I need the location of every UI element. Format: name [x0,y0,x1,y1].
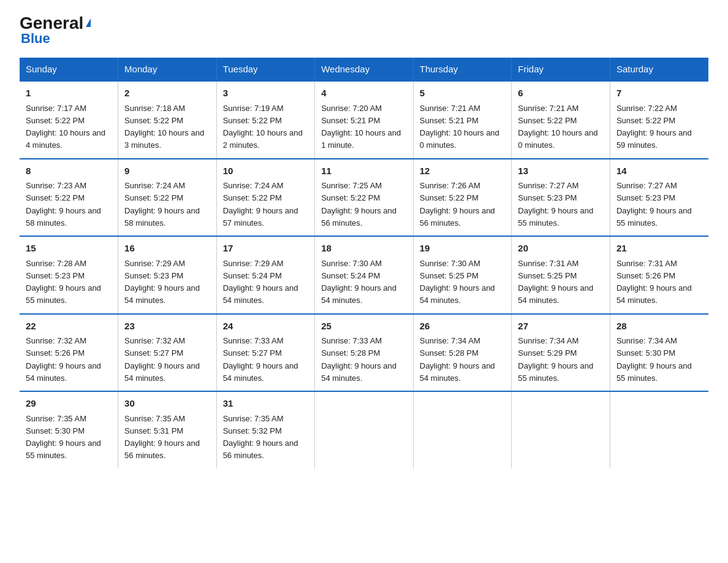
day-info: Sunrise: 7:31 AMSunset: 5:25 PMDaylight:… [518,259,593,305]
day-info: Sunrise: 7:27 AMSunset: 5:23 PMDaylight:… [616,181,692,228]
day-info: Sunrise: 7:29 AMSunset: 5:23 PMDaylight:… [124,259,200,305]
calendar-cell: 12Sunrise: 7:26 AMSunset: 5:22 PMDayligh… [413,159,512,237]
day-info: Sunrise: 7:34 AMSunset: 5:29 PMDaylight:… [518,336,593,383]
calendar-cell: 2Sunrise: 7:18 AMSunset: 5:22 PMDaylight… [118,81,217,159]
calendar-cell: 23Sunrise: 7:32 AMSunset: 5:27 PMDayligh… [118,314,217,392]
calendar-cell [512,391,610,469]
calendar-header-row: SundayMondayTuesdayWednesdayThursdayFrid… [20,58,708,81]
day-number: 15 [26,242,112,256]
day-info: Sunrise: 7:27 AMSunset: 5:23 PMDaylight:… [518,181,593,228]
day-info: Sunrise: 7:24 AMSunset: 5:22 PMDaylight:… [124,181,200,228]
logo-general: General [20,15,91,32]
day-number: 22 [26,320,112,334]
calendar-week-row: 8Sunrise: 7:23 AMSunset: 5:22 PMDaylight… [20,159,708,237]
calendar-cell: 22Sunrise: 7:32 AMSunset: 5:26 PMDayligh… [20,314,118,392]
calendar-cell: 8Sunrise: 7:23 AMSunset: 5:22 PMDaylight… [20,159,118,237]
logo-blue: Blue [21,31,50,47]
day-number: 3 [223,86,309,101]
day-number: 5 [420,86,506,101]
calendar-cell: 5Sunrise: 7:21 AMSunset: 5:21 PMDaylight… [413,81,512,159]
page-header: General Blue [20,15,708,47]
day-info: Sunrise: 7:26 AMSunset: 5:22 PMDaylight:… [420,181,495,228]
day-info: Sunrise: 7:18 AMSunset: 5:22 PMDaylight:… [124,104,204,150]
header-saturday: Saturday [610,58,708,81]
day-info: Sunrise: 7:35 AMSunset: 5:31 PMDaylight:… [124,414,200,461]
day-number: 1 [26,86,112,101]
calendar-cell: 6Sunrise: 7:21 AMSunset: 5:22 PMDaylight… [512,81,610,159]
day-number: 9 [124,164,210,178]
day-info: Sunrise: 7:29 AMSunset: 5:24 PMDaylight:… [223,259,298,305]
day-number: 10 [223,164,309,178]
calendar-week-row: 22Sunrise: 7:32 AMSunset: 5:26 PMDayligh… [20,314,708,392]
header-thursday: Thursday [413,58,512,81]
calendar-cell: 13Sunrise: 7:27 AMSunset: 5:23 PMDayligh… [512,159,610,237]
day-info: Sunrise: 7:30 AMSunset: 5:25 PMDaylight:… [420,259,495,305]
day-info: Sunrise: 7:32 AMSunset: 5:27 PMDaylight:… [124,336,200,383]
day-info: Sunrise: 7:35 AMSunset: 5:32 PMDaylight:… [223,414,298,461]
calendar-cell [315,391,414,469]
day-number: 17 [223,242,309,256]
day-number: 6 [518,86,604,101]
day-info: Sunrise: 7:34 AMSunset: 5:28 PMDaylight:… [420,336,495,383]
day-number: 8 [26,164,112,178]
calendar-cell: 29Sunrise: 7:35 AMSunset: 5:30 PMDayligh… [20,391,118,469]
day-number: 18 [321,242,407,256]
day-info: Sunrise: 7:34 AMSunset: 5:30 PMDaylight:… [616,336,692,383]
header-wednesday: Wednesday [315,58,414,81]
day-number: 26 [420,320,506,334]
calendar-cell: 21Sunrise: 7:31 AMSunset: 5:26 PMDayligh… [610,236,708,314]
calendar-cell: 19Sunrise: 7:30 AMSunset: 5:25 PMDayligh… [413,236,512,314]
calendar-cell: 17Sunrise: 7:29 AMSunset: 5:24 PMDayligh… [216,236,315,314]
calendar-cell: 11Sunrise: 7:25 AMSunset: 5:22 PMDayligh… [315,159,414,237]
day-number: 11 [321,164,407,178]
header-monday: Monday [118,58,217,81]
day-info: Sunrise: 7:35 AMSunset: 5:30 PMDaylight:… [26,414,101,461]
day-info: Sunrise: 7:28 AMSunset: 5:23 PMDaylight:… [26,259,101,305]
day-info: Sunrise: 7:32 AMSunset: 5:26 PMDaylight:… [26,336,101,383]
day-info: Sunrise: 7:31 AMSunset: 5:26 PMDaylight:… [616,259,692,305]
day-number: 24 [223,320,309,334]
day-number: 2 [124,86,210,101]
calendar-cell: 28Sunrise: 7:34 AMSunset: 5:30 PMDayligh… [610,314,708,392]
calendar-cell: 18Sunrise: 7:30 AMSunset: 5:24 PMDayligh… [315,236,414,314]
day-info: Sunrise: 7:22 AMSunset: 5:22 PMDaylight:… [616,104,692,150]
header-sunday: Sunday [20,58,118,81]
calendar-cell: 24Sunrise: 7:33 AMSunset: 5:27 PMDayligh… [216,314,315,392]
calendar-cell: 3Sunrise: 7:19 AMSunset: 5:22 PMDaylight… [216,81,315,159]
day-number: 30 [124,397,210,411]
day-number: 7 [616,86,702,101]
day-info: Sunrise: 7:30 AMSunset: 5:24 PMDaylight:… [321,259,396,305]
day-number: 23 [124,320,210,334]
day-info: Sunrise: 7:17 AMSunset: 5:22 PMDaylight:… [26,104,105,150]
day-info: Sunrise: 7:33 AMSunset: 5:27 PMDaylight:… [223,336,298,383]
day-number: 25 [321,320,407,334]
calendar-cell: 20Sunrise: 7:31 AMSunset: 5:25 PMDayligh… [512,236,610,314]
day-info: Sunrise: 7:24 AMSunset: 5:22 PMDaylight:… [223,181,298,228]
day-number: 4 [321,86,407,101]
calendar-cell: 4Sunrise: 7:20 AMSunset: 5:21 PMDaylight… [315,81,414,159]
header-tuesday: Tuesday [216,58,315,81]
day-info: Sunrise: 7:23 AMSunset: 5:22 PMDaylight:… [26,181,101,228]
header-friday: Friday [512,58,610,81]
calendar-cell: 14Sunrise: 7:27 AMSunset: 5:23 PMDayligh… [610,159,708,237]
calendar-week-row: 29Sunrise: 7:35 AMSunset: 5:30 PMDayligh… [20,391,708,469]
calendar-cell: 1Sunrise: 7:17 AMSunset: 5:22 PMDaylight… [20,81,118,159]
day-number: 14 [616,164,702,178]
day-number: 31 [223,397,309,411]
calendar-cell: 25Sunrise: 7:33 AMSunset: 5:28 PMDayligh… [315,314,414,392]
day-number: 16 [124,242,210,256]
calendar-cell: 9Sunrise: 7:24 AMSunset: 5:22 PMDaylight… [118,159,217,237]
day-number: 13 [518,164,604,178]
calendar-cell: 26Sunrise: 7:34 AMSunset: 5:28 PMDayligh… [413,314,512,392]
calendar-cell: 16Sunrise: 7:29 AMSunset: 5:23 PMDayligh… [118,236,217,314]
day-number: 12 [420,164,506,178]
day-number: 28 [616,320,702,334]
day-number: 20 [518,242,604,256]
calendar-cell: 15Sunrise: 7:28 AMSunset: 5:23 PMDayligh… [20,236,118,314]
day-info: Sunrise: 7:33 AMSunset: 5:28 PMDaylight:… [321,336,396,383]
calendar-cell: 30Sunrise: 7:35 AMSunset: 5:31 PMDayligh… [118,391,217,469]
calendar-week-row: 15Sunrise: 7:28 AMSunset: 5:23 PMDayligh… [20,236,708,314]
calendar-cell: 31Sunrise: 7:35 AMSunset: 5:32 PMDayligh… [216,391,315,469]
day-number: 27 [518,320,604,334]
calendar-table: SundayMondayTuesdayWednesdayThursdayFrid… [20,58,708,469]
